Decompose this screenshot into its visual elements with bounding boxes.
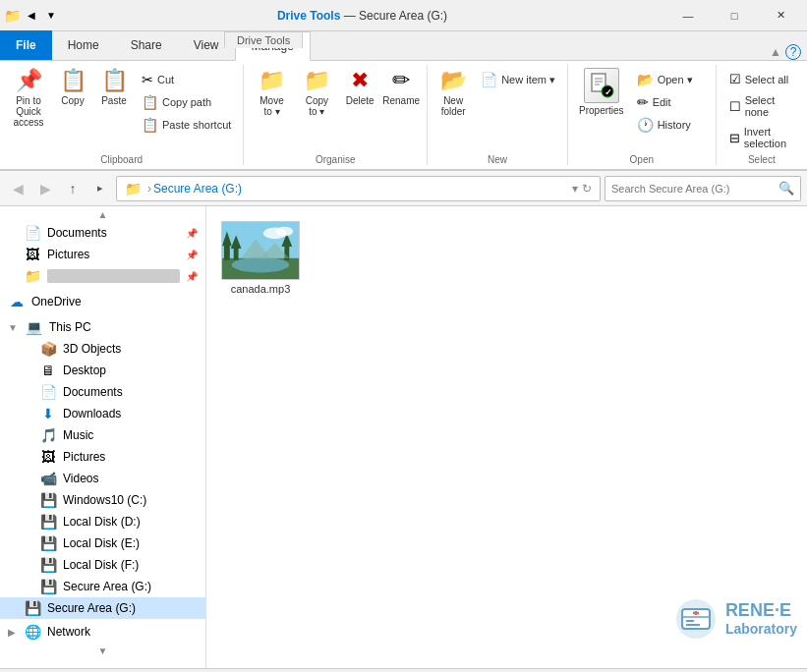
invert-selection-button[interactable]: ⊟ Invert selection [722,123,801,152]
select-none-label: Select none [745,94,794,118]
sidebar-item-videos[interactable]: 📹 Videos [0,468,205,489]
new-item-icon: 📄 [481,72,497,87]
sidebar-item-local-d[interactable]: 💾 Local Disk (D:) [0,511,205,532]
history-label: History [658,119,691,131]
thispc-expand: ▼ [8,322,18,333]
refresh-button[interactable]: ▸ [88,177,112,200]
file-thumbnail [221,221,300,280]
copy-path-button[interactable]: 📋 Copy path [136,91,237,113]
sidebar-item-onedrive[interactable]: ☁ OneDrive [0,291,205,312]
sidebar-documents-pinned-label: Documents [47,226,180,240]
sidebar-item-secure-area-selected[interactable]: 💾 Secure Area (G:) [0,597,205,619]
sidebar-item-network[interactable]: ▶ 🌐 Network [0,621,205,643]
sidebar-item-local-f[interactable]: 💾 Local Disk (F:) [0,554,205,576]
copy-button[interactable]: 📋 Copy [53,65,92,109]
sidebar-item-music[interactable]: 🎵 Music [0,424,205,446]
paste-button[interactable]: 📋 Paste [94,65,134,109]
search-input[interactable] [611,183,778,195]
forward-button[interactable]: ▶ [33,177,57,200]
rename-button[interactable]: ✏ Rename [381,65,421,109]
history-button[interactable]: 🕐 History [631,114,710,136]
minimize-button[interactable]: — [665,0,711,31]
address-dropdown[interactable]: ▾ [572,182,578,196]
address-refresh[interactable]: ↻ [582,182,592,196]
watermark-text: RENE·E Laboratory [725,600,797,638]
drive-tools-label: Drive Tools [224,31,303,48]
select-none-button[interactable]: ☐ Select none [722,91,801,121]
sidebar-item-local-e[interactable]: 💾 Local Disk (E:) [0,532,205,554]
sidebar-item-desktop[interactable]: 🖥 Desktop [0,360,205,381]
address-controls: ▾ ↻ [572,182,592,196]
watermark-svg [674,597,718,641]
select-all-button[interactable]: ☑ Select all [722,69,801,89]
select-content: ☑ Select all ☐ Select none ⊟ Invert sele… [722,65,801,152]
move-icon: 📁 [259,68,285,93]
file-name-canada: canada.mp3 [231,283,291,295]
folder-icon: 📁 [4,8,20,24]
ribbon-group-select: ☑ Select all ☐ Select none ⊟ Invert sele… [717,65,807,165]
sidebar-item-windows-c[interactable]: 💾 Windows10 (C:) [0,489,205,511]
secure-area-g-icon: 💾 [39,579,57,594]
paste-shortcut-button[interactable]: 📋 Paste shortcut [136,114,237,136]
sidebar-scroll-down[interactable]: ▼ [0,643,205,658]
sidebar-scroll-up[interactable]: ▲ [0,206,205,222]
file-item-canada-mp3[interactable]: canada.mp3 [216,216,305,300]
up-button[interactable]: ↑ [61,177,85,200]
pin-quick-access-button[interactable]: 📌 Pin to Quick access [6,65,51,131]
breadcrumb-item[interactable]: Secure Area (G:) [153,182,242,196]
properties-svg: ✓ [588,72,615,99]
sidebar-item-blurred[interactable]: 📁 ████████████ 📌 [0,265,205,287]
sidebar-network-label: Network [47,625,198,639]
open-icon: 📂 [637,72,654,87]
new-folder-button[interactable]: 📂 Newfolder [433,65,473,120]
sidebar-pictures-pinned-label: Pictures [47,248,180,261]
move-to-button[interactable]: 📁 Move to ▾ [250,65,293,120]
up-icon: ▲ [770,45,781,59]
properties-button[interactable]: ✓ Properties [574,65,629,119]
ribbon-group-new: 📂 Newfolder 📄 New item ▾ New [428,65,568,165]
documents-icon: 📄 [39,384,57,400]
sidebar-item-downloads[interactable]: ⬇ Downloads [0,403,205,424]
search-box[interactable]: 🔍 [605,176,801,201]
delete-button[interactable]: ✖ Delete [340,65,379,109]
maximize-button[interactable]: □ [712,0,757,31]
window-title: Drive Tools — Secure Area (G:) [59,9,665,23]
sidebar-item-pictures-pinned[interactable]: 🖼 Pictures 📌 [0,244,205,265]
sidebar-documents-label: Documents [63,385,198,399]
sidebar-item-documents-pinned[interactable]: 📄 Documents 📌 [0,222,205,244]
title-bar: 📁 ◀ ▼ Drive Tools — Secure Area (G:) — □… [0,0,807,31]
copy-label: Copy [61,95,84,106]
sidebar-item-pictures[interactable]: 🖼 Pictures [0,446,205,468]
address-bar[interactable]: 📁 › Secure Area (G:) ▾ ↻ [116,176,601,201]
sidebar-item-secure-area-g[interactable]: 💾 Secure Area (G:) [0,576,205,597]
sidebar-desktop-label: Desktop [63,364,198,377]
help-icon[interactable]: ? [785,44,801,60]
sidebar-item-documents[interactable]: 📄 Documents [0,381,205,403]
copy-icon: 📋 [60,68,86,93]
blurred-icon: 📁 [24,268,41,284]
watermark-line1: RENE·E [725,600,797,622]
tab-share[interactable]: Share [115,30,178,60]
history-icon: 🕐 [637,117,654,133]
open-button[interactable]: 📂 Open ▾ [631,69,710,90]
ribbon-group-clipboard: 📌 Pin to Quick access 📋 Copy 📋 Paste [0,65,244,165]
svg-rect-25 [686,624,700,626]
tab-file[interactable]: File [0,30,52,60]
sidebar-item-thispc[interactable]: ▼ 💻 This PC [0,316,205,338]
organise-content: 📁 Move to ▾ 📁 Copy to ▾ ✖ Delete ✏ Renam… [250,65,421,152]
watermark: RENE·E Laboratory [674,597,797,641]
sidebar-item-3dobjects[interactable]: 📦 3D Objects [0,338,205,360]
close-button[interactable]: ✕ [758,0,803,31]
sidebar-music-label: Music [63,428,198,442]
copy-to-label: Copy to ▾ [301,95,333,117]
new-small: 📄 New item ▾ [475,65,561,90]
title-controls[interactable]: — □ ✕ [665,0,803,31]
edit-button[interactable]: ✏ Edit [631,91,710,113]
copy-to-button[interactable]: 📁 Copy to ▾ [296,65,338,120]
new-item-button[interactable]: 📄 New item ▾ [475,69,561,90]
paste-shortcut-icon: 📋 [142,117,158,133]
tab-home[interactable]: Home [52,30,115,60]
cut-button[interactable]: ✂ Cut [136,69,237,90]
back-button[interactable]: ◀ [6,177,29,200]
ribbon-group-open: ✓ Properties 📂 Open ▾ ✏ Edit [568,65,717,165]
